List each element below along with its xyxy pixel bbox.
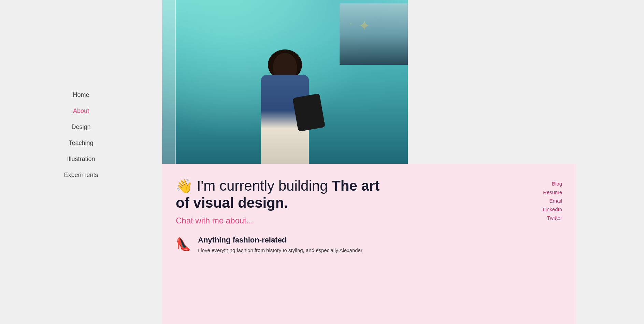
sidebar-nav: Home About Design Teaching Illustration … [47,89,115,181]
sidebar-item-experiments[interactable]: Experiments [47,169,115,181]
chat-link[interactable]: Chat with me about... [176,216,387,225]
sidebar-item-design[interactable]: Design [47,121,115,133]
link-linkedin[interactable]: LinkedIn [543,206,562,212]
intro-heading-part1: I'm currently building [197,178,332,194]
links-column: Blog Resume Email LinkedIn Twitter [528,177,562,221]
link-resume[interactable]: Resume [543,189,562,195]
hero-image: ✦ [162,0,408,164]
card-title: Anything fashion-related [198,236,362,245]
right-spacer [576,0,644,324]
background-painting [340,3,408,65]
person-body [261,75,309,164]
page-wrapper: Home About Design Teaching Illustration … [0,0,644,324]
intro-heading: 👋 I'm currently building The art of visu… [176,177,387,212]
sidebar-item-about[interactable]: About [47,105,115,117]
center-column: ✦ [162,0,576,324]
wave-emoji: 👋 [176,178,193,194]
card-content: Anything fashion-related I love everythi… [198,236,362,254]
sidebar-item-illustration[interactable]: Illustration [47,153,115,165]
link-blog[interactable]: Blog [552,181,562,187]
fashion-icon: 👠 [176,237,191,251]
link-email[interactable]: Email [549,198,562,204]
card-description: I love everything fashion from history t… [198,247,362,254]
sidebar-item-teaching[interactable]: Teaching [47,137,115,149]
content-section: 👋 I'm currently building The art of visu… [162,164,576,324]
sidebar: Home About Design Teaching Illustration … [0,0,162,324]
person-figure [261,49,309,164]
window-frame [162,0,176,164]
intro-text: 👋 I'm currently building The art of visu… [176,177,387,254]
intro-row: 👋 I'm currently building The art of visu… [176,177,562,254]
fashion-card: 👠 Anything fashion-related I love everyt… [176,236,387,254]
person-bag [292,93,325,132]
link-twitter[interactable]: Twitter [547,215,562,221]
sidebar-item-home[interactable]: Home [47,89,115,101]
